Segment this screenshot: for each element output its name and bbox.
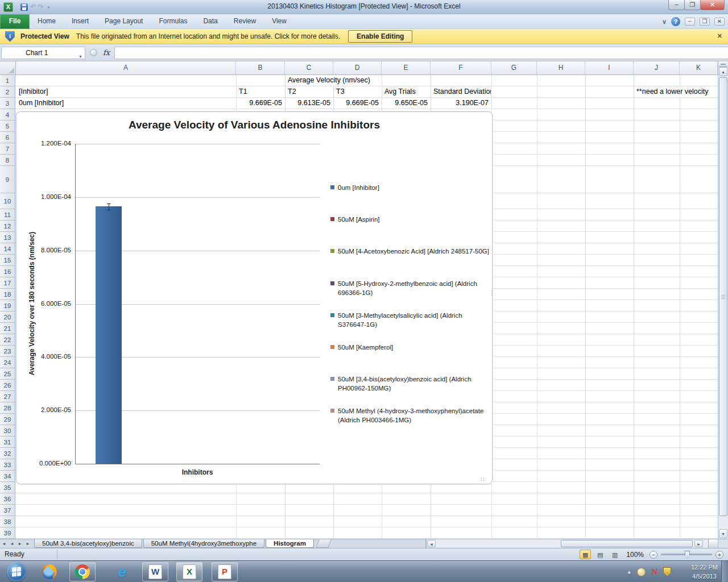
vertical-scroll-thumb[interactable] [719,77,727,516]
row-header-38[interactable]: 38 [0,516,15,527]
column-header-c[interactable]: C [285,61,333,74]
horizontal-scroll-thumb[interactable] [561,540,693,547]
cell-e2[interactable]: Avg Trials [382,86,430,97]
ribbon-tab-formulas[interactable]: Formulas [151,14,195,29]
legend-entry-50um-3-methylacetylsalicylic-acid-aldrich-s376647-1g[interactable]: 50uM [3-Methylacetylsalicylic acid] (Ald… [330,311,493,329]
zoom-in-button[interactable]: + [715,551,723,559]
protected-view-close-icon[interactable]: ✕ [717,32,722,40]
row-header-21[interactable]: 21 [0,323,15,334]
legend-entry-0um-inhibitor[interactable]: 0um [Inhibitor] [330,183,493,192]
sheet-tab-50um-methyl-4hydroxy3methoxyphe[interactable]: 50uM Methyl(4hydroxy3methoxyphe [143,539,264,548]
scrollbar-split-box[interactable] [719,61,727,67]
start-button[interactable] [7,562,26,581]
minimize-button[interactable]: − [668,0,685,10]
legend-entry-50um-kaempferol[interactable]: 50uM [Kaempferol] [330,343,493,352]
show-desktop-button[interactable] [721,561,728,582]
column-header-b[interactable]: B [236,61,285,74]
column-header-f[interactable]: F [431,61,491,74]
row-header-20[interactable]: 20 [0,311,15,323]
tray-n-icon[interactable]: N [651,567,657,577]
tab-split-handle2[interactable] [713,539,718,548]
row-header-11[interactable]: 11 [0,209,15,221]
cell-a3[interactable]: 0um [Inhibitor] [16,98,235,109]
ribbon-tab-review[interactable]: Review [226,14,264,29]
row-header-33[interactable]: 33 [0,459,15,471]
taskbar-word-button[interactable]: W [142,562,168,581]
ribbon-collapse-icon[interactable]: ∨ [662,18,667,26]
sheet-tab-50um-3-4-bis-acetyloxy-benzoic[interactable]: 50uM 3,4-bis(acetyloxy)benzoic [34,539,142,548]
tray-expand-icon[interactable]: ▲ [627,569,631,575]
row-header-13[interactable]: 13 [0,232,15,243]
cell-c2[interactable]: T2 [286,86,333,97]
close-button[interactable]: ✕ [700,0,725,10]
ribbon-tab-page-layout[interactable]: Page Layout [97,14,151,29]
taskbar-clock[interactable]: 12:22 PM 4/5/2013 [691,563,718,581]
row-header-24[interactable]: 24 [0,357,15,368]
insert-function-icon[interactable]: fx [103,48,110,57]
column-header-j[interactable]: J [634,61,680,74]
cell-e3[interactable]: 9.650E-05 [382,98,430,109]
zoom-out-button[interactable]: − [650,551,657,559]
cell-b2[interactable]: T1 [237,86,284,97]
column-header-d[interactable]: D [333,61,382,74]
legend-entry-50um-aspirin[interactable]: 50uM [Aspirin] [330,215,493,224]
cell-a2[interactable]: [Inhibitor] [16,86,235,97]
taskbar-ie-button[interactable]: e [109,562,135,581]
row-header-22[interactable]: 22 [0,334,15,346]
row-header-23[interactable]: 23 [0,346,15,357]
taskbar-chrome-button[interactable] [69,562,96,581]
enable-editing-button[interactable]: Enable Editing [348,30,412,43]
row-header-8[interactable]: 8 [0,155,15,166]
column-header-e[interactable]: E [382,61,431,74]
tab-file[interactable]: File [0,14,30,29]
taskbar-powerpoint-button[interactable]: P [212,562,238,581]
cell-f3[interactable]: 3.190E-07 [431,98,491,109]
row-header-16[interactable]: 16 [0,266,15,277]
row-header-29[interactable]: 29 [0,414,15,425]
cell-d2[interactable]: T3 [334,86,381,97]
tab-prev-button[interactable]: ◄ [8,539,16,548]
row-header-39[interactable]: 39 [0,527,15,539]
cell-c1[interactable]: Average Velocity (nm/sec) [286,75,381,86]
scroll-up-icon[interactable]: ▲ [719,67,727,76]
name-box-dropdown-icon[interactable]: ▼ [78,51,82,63]
zoom-slider-handle[interactable] [685,551,690,558]
column-header-i[interactable]: I [585,61,634,74]
row-header-25[interactable]: 25 [0,368,15,380]
cell-d3[interactable]: 9.669E-05 [334,98,381,109]
column-header-h[interactable]: H [537,61,585,74]
legend-entry-50um-4-acetoxybenozic-acid-aldrich-248517-50g[interactable]: 50uM [4-Acetoxybenozic Acid] [Aldrich 24… [330,247,493,256]
view-page-break-button[interactable]: ▥ [609,550,621,559]
chart-object[interactable]: Average Velocity of Various Adenosine In… [16,111,493,484]
doc-minimize-button[interactable]: − [685,18,695,26]
help-icon[interactable]: ? [671,17,680,26]
row-header-7[interactable]: 7 [0,143,15,155]
row-header-15[interactable]: 15 [0,255,15,266]
cell-b3[interactable]: 9.669E-05 [237,98,284,109]
row-header-14[interactable]: 14 [0,243,15,255]
tab-split-handle[interactable] [708,539,713,548]
row-header-10[interactable]: 10 [0,193,15,209]
scroll-right-icon[interactable]: ► [694,540,703,547]
row-header-12[interactable]: 12 [0,221,15,232]
formula-input[interactable] [114,47,728,59]
ribbon-tab-home[interactable]: Home [30,14,64,29]
row-header-17[interactable]: 17 [0,277,15,289]
scroll-left-icon[interactable]: ◄ [427,540,436,547]
sheet-tab-histogram[interactable]: Histogram [266,539,314,548]
ribbon-tab-data[interactable]: Data [195,14,225,29]
cell-f2[interactable]: Standard Deviation [431,86,491,97]
ribbon-tab-view[interactable]: View [264,14,295,29]
row-header-35[interactable]: 35 [0,482,15,493]
row-header-6[interactable]: 6 [0,132,15,143]
row-header-18[interactable]: 18 [0,289,15,300]
legend-entry-50um-methyl-4-hydroxy-3-methoxyphenyl-acetate-aldrich-ph003466-1mg[interactable]: 50uM Methyl (4-hydroxy-3-methoxyphenyl)a… [330,406,493,425]
row-header-31[interactable]: 31 [0,436,15,448]
row-header-3[interactable]: 3 [0,98,15,109]
tray-app-icon[interactable] [637,568,646,576]
scroll-down-icon[interactable]: ▼ [719,529,727,538]
view-normal-button[interactable]: ▦ [580,550,591,559]
cell-j2[interactable]: **need a lower velocity [634,86,717,97]
taskbar-firefox-button[interactable] [36,562,63,581]
tab-first-button[interactable]: ◄ [0,539,8,548]
